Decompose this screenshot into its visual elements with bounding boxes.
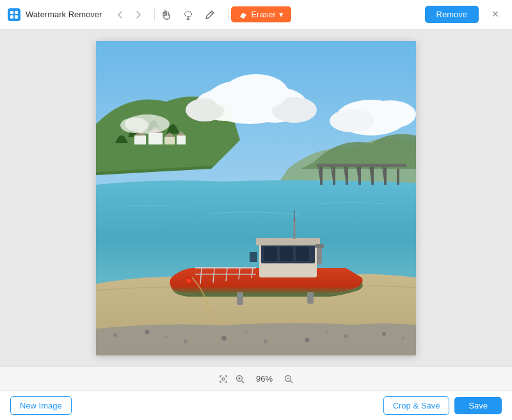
svg-rect-7 [134, 136, 146, 144]
svg-rect-2 [10, 15, 13, 19]
svg-point-42 [113, 333, 117, 337]
svg-rect-9 [164, 137, 175, 144]
svg-point-44 [145, 329, 150, 334]
svg-point-48 [221, 336, 227, 341]
svg-point-52 [305, 338, 310, 342]
svg-point-57 [402, 336, 405, 339]
save-button[interactable]: Save [454, 397, 502, 414]
svg-point-49 [245, 330, 248, 333]
svg-point-45 [165, 336, 168, 338]
zoom-out-icon[interactable] [284, 374, 294, 384]
back-button[interactable] [112, 6, 129, 23]
svg-rect-8 [148, 133, 163, 144]
svg-rect-75 [237, 292, 243, 305]
app-title: Watermark Remover [26, 10, 102, 19]
svg-point-54 [344, 334, 348, 338]
svg-point-46 [184, 339, 188, 343]
svg-rect-61 [280, 247, 293, 261]
action-bar: New Image Crop & Save Save [0, 391, 512, 420]
svg-rect-10 [177, 136, 186, 144]
svg-point-43 [130, 338, 133, 341]
hand-tool-button[interactable] [157, 6, 175, 24]
toolbar-nav [112, 6, 147, 23]
svg-rect-63 [256, 238, 320, 245]
eraser-button[interactable]: Eraser ▾ [231, 6, 291, 22]
svg-rect-74 [250, 252, 257, 262]
toolbar-divider-2 [228, 8, 228, 21]
svg-rect-29 [397, 169, 399, 185]
new-image-button[interactable]: New Image [10, 396, 72, 415]
zoom-in-icon[interactable] [235, 374, 245, 384]
app-icon [8, 8, 20, 21]
svg-point-20 [330, 109, 374, 132]
svg-line-83 [242, 380, 244, 383]
eraser-label: Eraser [251, 10, 275, 19]
title-bar: Watermark Remover [0, 0, 512, 29]
crop-save-button[interactable]: Crop & Save [383, 396, 450, 415]
remove-button[interactable]: Remove [425, 6, 479, 23]
svg-point-47 [204, 332, 207, 335]
lasso-tool-button[interactable] [179, 6, 197, 24]
svg-point-55 [364, 340, 366, 343]
svg-point-17 [211, 81, 262, 109]
svg-point-81 [222, 378, 225, 380]
svg-rect-79 [317, 245, 322, 265]
svg-rect-3 [15, 15, 18, 19]
close-button[interactable]: × [486, 6, 504, 24]
svg-rect-60 [264, 247, 277, 261]
zoom-value: 96% [252, 374, 277, 384]
image-container [96, 41, 416, 355]
svg-rect-62 [296, 247, 309, 261]
svg-rect-0 [10, 11, 13, 14]
svg-point-22 [120, 118, 148, 133]
main-area [0, 29, 512, 366]
svg-point-51 [287, 334, 289, 336]
eraser-dropdown-icon: ▾ [279, 10, 284, 19]
svg-point-56 [382, 332, 386, 336]
toolbar-tools [157, 6, 219, 24]
scene-image [96, 41, 416, 355]
svg-point-78 [187, 279, 191, 283]
svg-rect-80 [315, 244, 324, 248]
svg-point-50 [264, 339, 268, 343]
svg-point-4 [185, 12, 192, 17]
svg-rect-1 [15, 11, 18, 14]
brush-tool-button[interactable] [201, 6, 219, 24]
svg-rect-76 [307, 292, 314, 304]
toolbar-divider-1 [154, 8, 155, 21]
svg-line-87 [291, 380, 293, 383]
zoom-bar: 96% [0, 366, 512, 391]
svg-rect-30 [317, 164, 406, 167]
svg-point-53 [325, 330, 328, 333]
zoom-reset-icon[interactable] [218, 374, 228, 384]
forward-button[interactable] [130, 6, 147, 23]
